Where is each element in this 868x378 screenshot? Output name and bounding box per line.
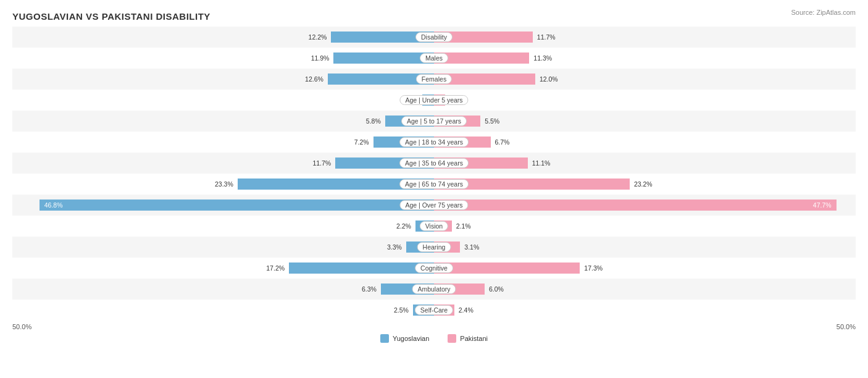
bar-left-value: 12.6% — [305, 75, 325, 83]
legend-item-yugoslavian: Yugoslavian — [380, 334, 429, 343]
legend-label-pakistani: Pakistani — [460, 335, 488, 342]
bar-right-value: 1.3% — [448, 96, 464, 104]
chart-row: 5.8%5.5%Age | 5 to 17 years — [12, 111, 856, 132]
chart-row: 17.2%17.3%Cognitive — [12, 258, 856, 279]
chart-row: 12.2%11.7%Disability — [12, 27, 856, 48]
source-text: Source: ZipAtlas.com — [791, 9, 856, 16]
right-bar-container: 11.1% — [434, 153, 856, 174]
left-bar-container: 2.5% — [12, 300, 434, 321]
bar-right: 11.1% — [434, 158, 528, 169]
bar-right-value: 17.3% — [582, 264, 603, 272]
bar-right: 47.7% — [434, 200, 837, 211]
chart-row: 11.7%11.1%Age | 35 to 64 years — [12, 153, 856, 174]
left-bar-container: 12.6% — [12, 69, 434, 90]
bar-right: 3.1% — [434, 242, 460, 253]
chart-container: YUGOSLAVIAN VS PAKISTANI DISABILITY Sour… — [0, 0, 868, 378]
left-bar-container: 3.3% — [12, 237, 434, 258]
bar-left: 23.3% — [238, 178, 434, 190]
bar-left: 11.9% — [333, 52, 434, 64]
chart-row: 1.4%1.3%Age | Under 5 years — [12, 90, 856, 111]
left-bar-container: 17.2% — [12, 258, 434, 279]
axis-left: 50.0% — [12, 323, 434, 330]
bar-left-value: 7.2% — [354, 138, 371, 146]
bar-left: 46.8% — [40, 200, 434, 211]
right-bar-container: 5.5% — [434, 111, 856, 132]
bar-left-value: 3.3% — [387, 243, 404, 251]
bar-left: 17.2% — [289, 262, 434, 274]
bar-right: 1.3% — [434, 94, 445, 106]
bar-right: 6.0% — [434, 284, 485, 295]
legend-box-pakistani — [448, 334, 456, 343]
left-bar-container: 5.8% — [12, 111, 434, 132]
right-bar-container: 1.3% — [434, 90, 856, 111]
bar-right: 11.7% — [434, 32, 533, 43]
legend-box-yugoslavian — [380, 334, 389, 343]
left-bar-container: 2.2% — [12, 216, 434, 237]
bar-left-value: 17.2% — [266, 264, 286, 272]
bar-right: 6.7% — [434, 136, 491, 148]
bar-left-value: 46.8% — [44, 201, 63, 209]
right-bar-container: 2.4% — [434, 300, 856, 321]
left-bar-container: 1.4% — [12, 90, 434, 111]
bar-left: 2.5% — [413, 304, 434, 316]
right-bar-container: 6.0% — [434, 279, 856, 300]
right-bar-container: 12.0% — [434, 69, 856, 90]
bar-right-value: 5.5% — [483, 117, 499, 125]
legend-label-yugoslavian: Yugoslavian — [393, 335, 429, 342]
chart-row: 46.8%47.7%Age | Over 75 years — [12, 195, 856, 216]
bar-left-value: 12.2% — [309, 33, 329, 41]
chart-title: YUGOSLAVIAN VS PAKISTANI DISABILITY — [12, 11, 856, 22]
chart-row: 6.3%6.0%Ambulatory — [12, 279, 856, 300]
bar-right-value: 2.1% — [454, 222, 471, 230]
right-bar-container: 2.1% — [434, 216, 856, 237]
left-bar-container: 11.9% — [12, 48, 434, 69]
bar-left-value: 5.8% — [366, 117, 383, 125]
bar-right: 2.4% — [434, 304, 454, 316]
bar-right: 17.3% — [434, 262, 580, 274]
chart-row: 3.3%3.1%Hearing — [12, 237, 856, 258]
left-bar-container: 23.3% — [12, 174, 434, 195]
bar-left: 6.3% — [381, 284, 434, 295]
bar-left: 12.2% — [331, 32, 434, 43]
bar-left-value: 11.7% — [312, 159, 333, 167]
bar-right-value: 47.7% — [813, 201, 832, 209]
bar-left: 1.4% — [422, 94, 434, 106]
right-bar-container: 17.3% — [434, 258, 856, 279]
bar-left: 7.2% — [373, 136, 434, 148]
chart-area: 12.2%11.7%Disability11.9%11.3%Males12.6%… — [12, 27, 856, 321]
bar-right: 11.3% — [434, 52, 529, 64]
bar-left: 11.7% — [335, 158, 434, 169]
chart-row: 2.5%2.4%Self-Care — [12, 300, 856, 321]
chart-row: 11.9%11.3%Males — [12, 48, 856, 69]
right-bar-container: 3.1% — [434, 237, 856, 258]
right-bar-container: 11.3% — [434, 48, 856, 69]
axis-row: 50.0% 50.0% — [12, 323, 856, 330]
chart-row: 23.3%23.2%Age | 65 to 74 years — [12, 174, 856, 195]
left-bar-container: 12.2% — [12, 27, 434, 48]
bar-left: 5.8% — [385, 116, 434, 127]
bar-left-value: 23.3% — [215, 180, 235, 188]
axis-right: 50.0% — [434, 323, 856, 330]
left-bar-container: 11.7% — [12, 153, 434, 174]
bar-left-value: 2.5% — [394, 306, 411, 314]
right-bar-container: 47.7% — [434, 195, 856, 216]
bar-left-value: 1.4% — [403, 96, 420, 104]
right-bar-container: 6.7% — [434, 132, 856, 153]
bar-right-value: 3.1% — [462, 243, 479, 251]
chart-row: 12.6%12.0%Females — [12, 69, 856, 90]
left-bar-container: 6.3% — [12, 279, 434, 300]
bar-right: 23.2% — [434, 178, 630, 190]
bar-right-value: 2.4% — [457, 306, 474, 314]
legend-item-pakistani: Pakistani — [448, 334, 488, 343]
bar-left: 2.2% — [415, 220, 434, 232]
chart-row: 7.2%6.7%Age | 18 to 34 years — [12, 132, 856, 153]
bar-right: 12.0% — [434, 74, 535, 85]
bar-left-value: 2.2% — [396, 222, 413, 230]
bar-right-value: 11.1% — [530, 159, 551, 167]
left-bar-container: 7.2% — [12, 132, 434, 153]
right-bar-container: 11.7% — [434, 27, 856, 48]
bar-left-value: 11.9% — [311, 54, 332, 62]
bar-right-value: 11.3% — [532, 54, 552, 62]
bar-right-value: 6.7% — [493, 138, 510, 146]
left-bar-container: 46.8% — [12, 195, 434, 216]
